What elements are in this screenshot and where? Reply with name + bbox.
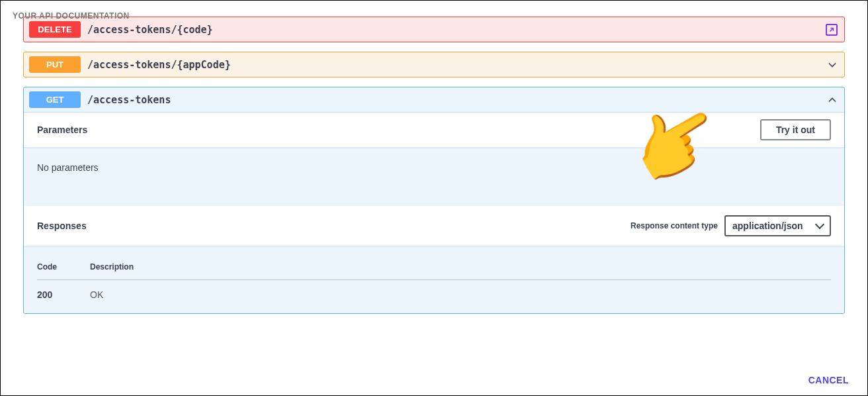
endpoint-delete[interactable]: DELETE /access-tokens/{code}: [23, 17, 845, 42]
parameters-title: Parameters: [37, 124, 87, 135]
endpoint-body: Parameters Try it out No parameters Resp…: [24, 112, 844, 313]
method-badge-get: GET: [29, 91, 81, 108]
no-parameters-text: No parameters: [24, 148, 844, 206]
responses-table: Code Description 200 OK: [24, 246, 844, 313]
table-row: 200 OK: [37, 280, 831, 301]
col-code: Code: [37, 262, 90, 280]
method-badge-put: PUT: [29, 56, 81, 73]
responses-title: Responses: [37, 221, 87, 231]
responses-header: Responses Response content type applicat…: [24, 206, 844, 246]
content-area: DELETE /access-tokens/{code} PUT /access…: [1, 17, 867, 314]
response-code: 200: [37, 280, 90, 301]
col-description: Description: [90, 262, 831, 280]
endpoint-get-header[interactable]: GET /access-tokens: [24, 87, 844, 112]
parameters-header: Parameters Try it out: [24, 113, 844, 148]
endpoint-put[interactable]: PUT /access-tokens/{appCode}: [23, 52, 845, 77]
endpoint-path: /access-tokens/{appCode}: [87, 59, 231, 71]
chevron-down-icon: [826, 58, 839, 72]
cancel-button[interactable]: CANCEL: [808, 375, 849, 385]
external-link-icon[interactable]: [826, 24, 838, 36]
try-it-out-button[interactable]: Try it out: [760, 119, 831, 140]
method-badge-delete: DELETE: [29, 21, 81, 38]
endpoint-path: /access-tokens/{code}: [87, 24, 213, 36]
content-type-label: Response content type: [630, 221, 718, 230]
chevron-up-icon: [826, 93, 839, 107]
endpoint-path: /access-tokens: [87, 94, 171, 106]
footer: CANCEL: [790, 365, 867, 395]
content-type-select[interactable]: application/json: [724, 215, 831, 236]
endpoint-get: GET /access-tokens Parameters Try it out…: [23, 87, 845, 314]
response-description: OK: [90, 280, 831, 301]
